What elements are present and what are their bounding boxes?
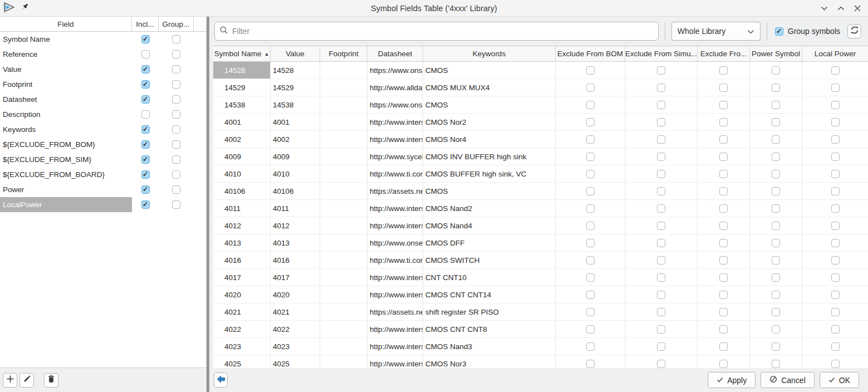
cell-datasheet[interactable]: http://www.intersil.c [367, 200, 423, 217]
apply-button[interactable]: Apply [708, 372, 756, 388]
field-label[interactable]: Description [0, 107, 132, 122]
cell-datasheet[interactable]: http://www.intersil.c [367, 217, 423, 234]
exclude-sim-checkbox[interactable] [657, 273, 665, 282]
cell-symbol-name[interactable]: 4023 [213, 338, 271, 355]
group-checkbox[interactable] [172, 185, 180, 194]
include-checkbox[interactable] [141, 50, 150, 58]
cell-keywords[interactable]: CMOS [423, 96, 556, 113]
cell-symbol-name[interactable]: 4022 [213, 321, 271, 337]
delete-field-button[interactable] [44, 373, 58, 388]
cell-keywords[interactable]: CMOS BUFFER high sink, VC [423, 165, 556, 182]
grid-header-exclude-bom[interactable]: Exclude From BOM [556, 46, 625, 61]
group-checkbox[interactable] [172, 50, 180, 58]
exclude-bom-checkbox[interactable] [586, 118, 595, 126]
exclude-bom-checkbox[interactable] [586, 325, 595, 334]
group-checkbox[interactable] [172, 200, 180, 209]
power-symbol-checkbox[interactable] [772, 118, 780, 126]
cell-symbol-name[interactable]: 14529 [213, 79, 271, 96]
table-row[interactable]: 40106 40106 https://assets.nexpe CMOS [213, 183, 868, 200]
group-checkbox[interactable] [172, 80, 180, 89]
exclude-board-checkbox[interactable] [719, 239, 728, 247]
ok-button[interactable]: OK [820, 372, 859, 388]
power-symbol-checkbox[interactable] [772, 66, 780, 75]
cell-footprint[interactable] [320, 131, 367, 148]
exclude-board-checkbox[interactable] [719, 222, 728, 230]
local-power-checkbox[interactable] [831, 187, 840, 195]
cell-datasheet[interactable]: http://www.intersil.c [367, 131, 423, 148]
field-label[interactable]: LocalPower [0, 197, 132, 212]
cell-value[interactable]: 4022 [271, 321, 320, 337]
cell-value[interactable]: 4009 [271, 148, 320, 165]
cell-value[interactable]: 4016 [271, 252, 320, 268]
cell-value[interactable]: 40106 [271, 183, 320, 199]
local-power-checkbox[interactable] [831, 204, 840, 213]
local-power-checkbox[interactable] [831, 170, 840, 178]
cell-footprint[interactable] [320, 355, 367, 368]
field-label[interactable]: Reference [0, 47, 132, 62]
cancel-button[interactable]: Cancel [761, 372, 815, 388]
local-power-checkbox[interactable] [831, 66, 840, 75]
power-symbol-checkbox[interactable] [772, 325, 780, 334]
exclude-sim-checkbox[interactable] [657, 118, 665, 126]
minimize-icon[interactable] [820, 4, 828, 12]
cell-footprint[interactable] [320, 217, 367, 234]
local-power-checkbox[interactable] [831, 153, 840, 161]
field-row[interactable]: Keywords [0, 122, 207, 137]
exclude-bom-checkbox[interactable] [586, 84, 595, 92]
cell-keywords[interactable]: CMOS Nand2 [423, 200, 556, 217]
cell-datasheet[interactable]: http://www.alldatash [367, 79, 423, 96]
table-row[interactable]: 4022 4022 http://www.intersil.c CMOS CNT… [213, 321, 868, 338]
cell-value[interactable]: 14528 [271, 62, 320, 79]
close-icon[interactable] [854, 4, 861, 12]
cell-value[interactable]: 14538 [271, 96, 320, 113]
exclude-sim-checkbox[interactable] [657, 291, 665, 299]
exclude-board-checkbox[interactable] [719, 187, 728, 195]
exclude-sim-checkbox[interactable] [657, 84, 665, 92]
exclude-board-checkbox[interactable] [719, 360, 728, 368]
group-checkbox[interactable] [172, 125, 180, 134]
exclude-sim-checkbox[interactable] [657, 101, 665, 109]
cell-footprint[interactable] [320, 286, 367, 303]
cell-datasheet[interactable]: https://assets.nexpe [367, 183, 423, 199]
local-power-checkbox[interactable] [831, 135, 840, 144]
exclude-board-checkbox[interactable] [719, 170, 728, 178]
cell-datasheet[interactable]: http://www.ti.com/li [367, 165, 423, 182]
cell-footprint[interactable] [320, 321, 367, 337]
field-label[interactable]: Keywords [0, 122, 132, 137]
cell-datasheet[interactable]: http://www.intersil.c [367, 269, 423, 286]
table-row[interactable]: 14538 14538 https://www.onsem CMOS [213, 96, 868, 114]
add-field-button[interactable] [3, 373, 17, 388]
power-symbol-checkbox[interactable] [772, 204, 780, 213]
field-row[interactable]: LocalPower [0, 197, 207, 212]
exclude-bom-checkbox[interactable] [586, 135, 595, 144]
cell-symbol-name[interactable]: 40106 [213, 183, 271, 199]
table-row[interactable]: 4011 4011 http://www.intersil.c CMOS Nan… [213, 200, 868, 217]
exclude-bom-checkbox[interactable] [586, 291, 595, 299]
cell-footprint[interactable] [320, 234, 367, 251]
cell-symbol-name[interactable]: 4012 [213, 217, 271, 234]
cell-keywords[interactable]: CMOS Nand3 [423, 338, 556, 355]
cell-footprint[interactable] [320, 79, 367, 96]
exclude-board-checkbox[interactable] [719, 84, 728, 92]
cell-symbol-name[interactable]: 4020 [213, 286, 271, 303]
exclude-sim-checkbox[interactable] [657, 204, 665, 213]
cell-footprint[interactable] [320, 269, 367, 286]
filter-input[interactable] [232, 27, 654, 36]
field-label[interactable]: Value [0, 62, 132, 77]
refresh-button[interactable] [847, 24, 861, 38]
cell-keywords[interactable]: CMOS CNT CNT14 [423, 286, 556, 303]
grid-header-symbol-name[interactable]: Symbol Name ▲ [213, 46, 271, 61]
exclude-bom-checkbox[interactable] [586, 360, 595, 368]
cell-value[interactable]: 4001 [271, 114, 320, 130]
table-row[interactable]: 4023 4023 http://www.intersil.c CMOS Nan… [213, 338, 868, 355]
cell-keywords[interactable]: CMOS MUX MUX4 [423, 79, 556, 96]
cell-datasheet[interactable]: https://www.onsem [367, 62, 423, 79]
cell-symbol-name[interactable]: 4002 [213, 131, 271, 148]
grid-header-footprint[interactable]: Footprint [320, 46, 367, 61]
cell-keywords[interactable]: CMOS Nor3 [423, 355, 556, 368]
exclude-board-checkbox[interactable] [719, 291, 728, 299]
power-symbol-checkbox[interactable] [772, 291, 780, 299]
cell-keywords[interactable]: CMOS Nor4 [423, 131, 556, 148]
local-power-checkbox[interactable] [831, 222, 840, 230]
local-power-checkbox[interactable] [831, 360, 840, 368]
